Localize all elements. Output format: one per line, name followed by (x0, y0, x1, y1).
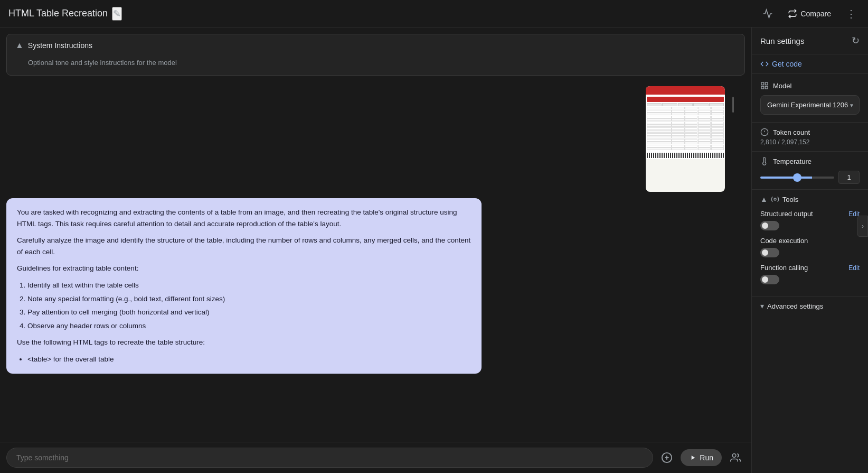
temperature-label: Temperature (773, 157, 812, 165)
model-section: Model Gemini Experimental 1206 Gemini 1.… (752, 74, 868, 123)
structured-output-toggle[interactable] (760, 221, 779, 230)
svg-point-3 (732, 454, 736, 458)
run-settings-title: Run settings (760, 36, 804, 45)
run-settings-header: Run settings ↻ (752, 27, 868, 54)
structured-output-slider (760, 221, 779, 230)
audience-button[interactable] (726, 448, 745, 467)
function-calling-edit-button[interactable]: Edit (848, 264, 860, 272)
tools-section: ▲ Tools Structured output Edit (752, 190, 868, 296)
run-label: Run (700, 453, 713, 462)
run-icon (689, 454, 696, 461)
header-actions: Compare ⋮ (759, 4, 860, 23)
ai-para-1: You are tasked with recognizing and extr… (17, 207, 471, 229)
tools-icon (771, 195, 779, 203)
svg-point-11 (774, 198, 776, 200)
structured-output-label: Structured output (760, 210, 813, 218)
token-count-header: Token count (760, 128, 860, 136)
collapse-icon: ▲ (15, 41, 24, 50)
token-icon (760, 128, 769, 136)
image-attachment (646, 86, 725, 192)
advanced-settings-title: Advanced settings (767, 302, 823, 310)
mini-table-content (646, 95, 725, 159)
advanced-settings-header[interactable]: ▾ Advanced settings (760, 302, 860, 310)
tools-title: Tools (782, 196, 798, 203)
user-message-content (646, 86, 725, 192)
refresh-button[interactable]: ↻ (852, 35, 860, 47)
svg-rect-6 (765, 86, 768, 89)
temperature-header: Temperature (760, 157, 860, 165)
function-calling-header: Function calling Edit (760, 264, 860, 272)
code-execution-toggle[interactable] (760, 248, 779, 257)
function-calling-slider (760, 275, 779, 284)
run-settings-panel: Run settings ↻ Get code Model Gemini Exp… (752, 27, 868, 473)
token-count-section: Token count 2,810 / 2,097,152 (752, 123, 868, 152)
page-title: HTML Table Recreation (8, 8, 108, 19)
user-message-row (6, 86, 745, 192)
system-instructions-header[interactable]: ▲ System Instructions (7, 34, 744, 57)
add-content-button[interactable] (657, 448, 676, 467)
app-header: HTML Table Recreation ✎ Compare ⋮ (0, 0, 868, 27)
temperature-slider[interactable] (760, 177, 834, 179)
token-count-label: Token count (773, 128, 810, 136)
advanced-settings-section: ▾ Advanced settings (752, 296, 868, 316)
tools-section-left: ▲ Tools (760, 195, 798, 203)
function-calling-item: Function calling Edit (760, 264, 860, 284)
mini-table-preview (646, 86, 725, 192)
system-instructions-placeholder: Optional tone and style instructions for… (28, 59, 177, 67)
expand-panel-button[interactable]: › (857, 216, 868, 237)
ai-para-3: Use the following HTML tags to recreate … (17, 337, 471, 348)
temperature-controls: 1 (760, 171, 860, 184)
main-layout: ▲ System Instructions Optional tone and … (0, 27, 868, 473)
function-calling-toggle[interactable] (760, 275, 779, 284)
code-icon (760, 60, 769, 68)
system-instructions-title: System Instructions (28, 41, 92, 50)
temperature-value: 1 (838, 171, 860, 184)
scroll-indicator (731, 86, 734, 192)
activity-icon (762, 8, 773, 19)
edit-title-button[interactable]: ✎ (112, 7, 122, 21)
run-button[interactable]: Run (681, 449, 722, 466)
code-execution-header: Code execution (760, 237, 860, 245)
ai-guideline-2: Note any special formatting (e.g., bold … (27, 293, 471, 305)
token-count-value: 2,810 / 2,097,152 (760, 138, 860, 146)
activity-button[interactable] (759, 5, 776, 22)
input-area: Run (0, 442, 751, 473)
code-execution-label: Code execution (760, 237, 808, 245)
get-code-button[interactable]: Get code (752, 54, 868, 74)
function-calling-label: Function calling (760, 264, 808, 272)
ai-guideline-1: Identify all text within the table cells (27, 280, 471, 291)
compare-label: Compare (800, 10, 831, 18)
ai-tag-1: <table> for the overall table (27, 354, 471, 365)
model-select[interactable]: Gemini Experimental 1206 Gemini 1.5 Pro … (760, 95, 860, 115)
ai-guidelines-label: Guidelines for extracting table content: (17, 263, 471, 274)
model-select-wrapper: Gemini Experimental 1206 Gemini 1.5 Pro … (760, 95, 860, 115)
left-panel: ▲ System Instructions Optional tone and … (0, 27, 752, 473)
ai-tags-list: <table> for the overall table (27, 354, 471, 365)
advanced-collapse-icon: ▾ (760, 302, 764, 310)
compare-icon (788, 9, 797, 18)
add-icon (661, 452, 673, 463)
ai-message-bubble: You are tasked with recognizing and extr… (6, 198, 482, 374)
chat-area[interactable]: You are tasked with recognizing and extr… (0, 82, 751, 442)
temperature-icon (760, 157, 769, 165)
code-execution-item: Code execution (760, 237, 860, 257)
audience-icon (730, 452, 741, 463)
chat-input[interactable] (6, 448, 653, 468)
system-instructions-panel: ▲ System Instructions Optional tone and … (6, 34, 745, 76)
model-section-header: Model (760, 81, 860, 90)
structured-output-header: Structured output Edit (760, 210, 860, 218)
ai-para-2: Carefully analyze the image and identify… (17, 235, 471, 257)
function-calling-actions: Edit (848, 264, 860, 272)
tools-collapse-icon: ▲ (760, 195, 768, 203)
compare-button[interactable]: Compare (782, 6, 836, 22)
temperature-section: Temperature 1 (752, 152, 868, 190)
ai-guideline-3: Pay attention to cell merging (both hori… (27, 307, 471, 318)
model-icon (760, 81, 769, 90)
more-menu-button[interactable]: ⋮ (843, 4, 860, 23)
mini-table-header-bar (646, 86, 725, 95)
svg-rect-5 (765, 82, 768, 85)
svg-rect-4 (761, 82, 764, 85)
code-execution-slider (760, 248, 779, 257)
get-code-label: Get code (772, 60, 802, 68)
ai-guideline-4: Observe any header rows or columns (27, 320, 471, 332)
